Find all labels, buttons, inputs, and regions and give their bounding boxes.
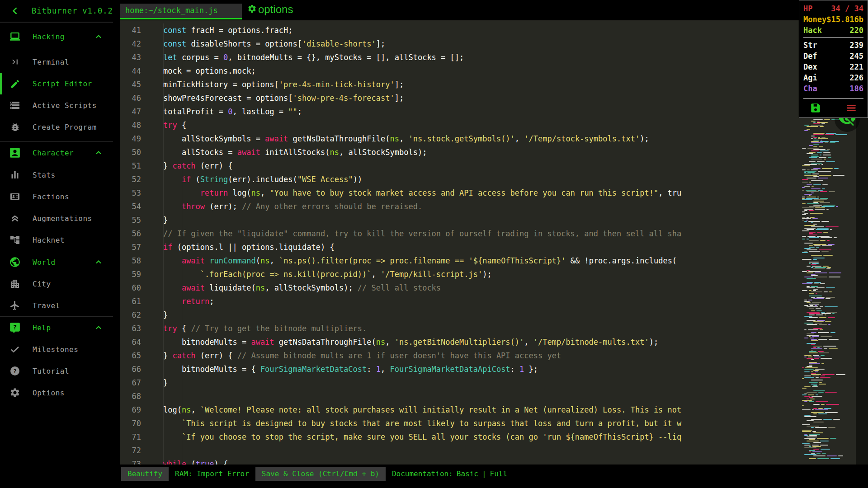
stat-value: 226 [849,72,863,83]
city-icon [8,278,22,289]
main-area: home:~/stock_main.js options 41 const fr… [113,0,868,488]
double-up-icon [8,213,22,224]
sidebar-item-factions[interactable]: Factions [0,186,113,207]
stat-row-str: Str239 [803,40,863,51]
code-text: allStocks = await initAllStocks(ns, allS… [145,148,427,157]
stat-label: Agi [803,72,817,83]
stat-row-agi: Agi226 [803,72,863,83]
code-line: 52 if (String(err).includes("WSE Access"… [120,173,868,186]
sidebar-label: Help [33,324,51,332]
gear-icon [247,4,257,15]
code-line: 60 await liquidate(ns, allStockSymbols);… [120,281,868,295]
code-line: 48 try { [120,118,868,132]
editor-options-button[interactable]: options [247,3,293,16]
code-text: const fracH = options.fracH; [145,26,293,35]
sidebar-item-city[interactable]: City [0,273,113,295]
sidebar-item-hacknet[interactable]: Hacknet [0,229,113,251]
code-line: 49 allStockSymbols = await getNsDataThro… [120,132,868,145]
sidebar-item-options[interactable]: Options [0,382,113,404]
last-page-icon [8,57,22,67]
save-close-button[interactable]: Save & Close (Ctrl/Cmd + b) [255,467,386,481]
sidebar-section-world[interactable]: World [0,251,113,273]
sidebar-item-augmentations[interactable]: Augmentations [0,207,113,229]
sidebar-section-hacking[interactable]: Hacking [0,26,113,47]
code-line: 57 if (options.l || options.liquidate) { [120,240,868,254]
sidebar-item-terminal[interactable]: Terminal [0,51,113,73]
line-number: 52 [120,173,141,186]
back-chevron-icon[interactable] [10,5,22,17]
sidebar-label: Terminal [33,58,69,66]
line-number: 46 [120,91,141,105]
code-line: 70 `This script is designed to buy stock… [120,417,868,430]
ram-status: RAM: Import Error [175,469,249,478]
sidebar-item-tutorial[interactable]: ?Tutorial [0,360,113,382]
sidebar-label: City [33,280,51,288]
code-line: 71 `If you choose to stop the script, ma… [120,430,868,444]
bar-chart-icon [8,169,22,180]
sidebar-section-character[interactable]: Character [0,142,113,164]
line-number: 64 [120,335,141,349]
save-game-button[interactable] [810,102,821,114]
sidebar-item-active-scripts[interactable]: Active Scripts [0,94,113,116]
code-lines: 41 const fracH = options.fracH;42 const … [120,23,868,465]
code-line: 55 } [120,213,868,227]
code-line: 53 return log(ns, "You have to buy stock… [120,186,868,200]
svg-text:?: ? [13,324,17,331]
beautify-button[interactable]: Beautify [121,467,169,481]
code-text: try { [145,121,186,130]
sidebar-label: Milestones [33,345,78,354]
stat-value: 186 [849,83,863,94]
code-line: 56 // If given the "liquidate" command, … [120,227,868,240]
chevron-up-icon [94,323,103,334]
sidebar-item-script-editor[interactable]: Script Editor [0,73,113,94]
tab-stock-main-js[interactable]: home:~/stock_main.js [120,4,242,19]
sidebar-label: Hacknet [33,236,65,244]
line-number: 48 [120,118,141,132]
line-number: 54 [120,200,141,213]
sidebar-item-travel[interactable]: Travel [0,295,113,316]
sidebar-label: World [33,258,56,267]
person-box-icon [8,147,22,159]
stat-row-hack: Hack220 [803,25,863,36]
stat-row-money: Money$15.816b [803,14,863,25]
code-text: } catch (err) { // Assume bitnode mults … [145,351,561,360]
stat-row-hp: HP34 / 34 [803,3,863,14]
code-editor[interactable]: 41 const fracH = options.fracH;42 const … [120,20,868,465]
line-number: 72 [120,444,141,457]
line-number: 59 [120,267,141,281]
line-number: 50 [120,145,141,159]
doc-full-link[interactable]: Full [490,469,508,478]
stat-label: Money [803,14,826,25]
sidebar-section-help[interactable]: ?Help [0,317,113,338]
bug-icon [8,122,22,132]
code-text: const disableShorts = options['disable-s… [145,39,385,48]
sidebar-label: Character [33,149,74,157]
stat-value: 239 [849,40,863,51]
help-box-icon: ? [8,322,22,333]
code-text: } [145,216,168,225]
code-line: 61 return; [120,295,868,308]
doc-basic-link[interactable]: Basic [457,469,478,478]
sidebar-item-stats[interactable]: Stats [0,164,113,186]
code-text: allStockSymbols = await getNsDataThrough… [145,134,649,143]
line-number: 62 [120,308,141,322]
overlay-menu-button[interactable] [845,102,857,114]
code-text: } [145,378,168,387]
sidebar-label: Active Scripts [33,101,97,110]
code-text: while (true) { [145,460,228,465]
line-number: 42 [120,37,141,51]
sidebar-item-create-program[interactable]: Create Program [0,116,113,138]
sidebar-header: Bitburner v1.0.2 [0,0,113,22]
line-number: 67 [120,376,141,389]
chevron-up-icon [94,32,103,43]
sidebar-item-milestones[interactable]: Milestones [0,338,113,360]
doc-separator: | [482,469,486,478]
code-line: 47 totalProfit = 0, lastLog = ""; [120,105,868,118]
stat-value: 221 [849,61,863,72]
chevron-up-icon [94,148,103,159]
sidebar-label: Factions [33,192,69,201]
code-text: if (String(err).includes("WSE Access")) [145,175,362,184]
stat-label: Def [803,51,817,61]
code-line: 72 [120,444,868,457]
line-number: 55 [120,213,141,227]
